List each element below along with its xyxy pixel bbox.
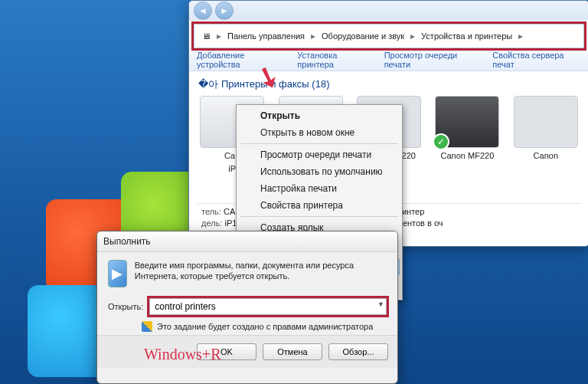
run-title: Выполнить: [103, 236, 151, 247]
printer-icon: [514, 96, 578, 148]
breadcrumb-item[interactable]: Оборудование и звук: [317, 30, 409, 42]
run-icon: ▶: [108, 260, 127, 287]
run-command-combo[interactable]: ▼: [149, 298, 387, 315]
run-description: Введите имя программы, папки, документа …: [135, 260, 387, 287]
desktop: ◄ ► 🖥▸ Панель управления▸ Оборудование и…: [0, 0, 588, 384]
nav-strip: ◄ ►: [189, 1, 588, 21]
cancel-button[interactable]: Отмена: [263, 343, 322, 360]
run-dialog: Выполнить ▶ Введите имя программы, папки…: [96, 231, 398, 384]
annotation-arrow-icon: ➘: [257, 74, 279, 81]
uac-shield-icon: [142, 321, 152, 332]
command-bar: Добавление устройства Установка принтера…: [189, 48, 588, 71]
menu-view-queue[interactable]: Просмотр очереди печати: [239, 146, 400, 163]
cmd-install-printer[interactable]: Установка принтера: [297, 51, 370, 69]
breadcrumb-root-icon[interactable]: 🖥: [198, 30, 215, 42]
menu-open-new-window[interactable]: Открыть в новом окне: [239, 124, 400, 141]
menu-set-default[interactable]: Использовать по умолчанию: [239, 163, 400, 180]
device-item[interactable]: Canon: [514, 96, 578, 174]
run-open-label: Открыть:: [108, 302, 143, 311]
annotation-hotkey: Windows+R: [144, 346, 220, 363]
nav-forward-button[interactable]: ►: [215, 2, 234, 20]
run-command-input[interactable]: [149, 298, 387, 315]
breadcrumb-item[interactable]: Панель управления: [223, 30, 309, 42]
menu-print-prefs[interactable]: Настройка печати: [239, 180, 400, 197]
chevron-down-icon[interactable]: ▼: [377, 300, 384, 308]
default-check-icon: ✓: [433, 133, 449, 150]
run-titlebar[interactable]: Выполнить: [97, 231, 397, 252]
breadcrumb-item[interactable]: Устройства и принтеры: [416, 30, 517, 42]
printer-icon: ✓: [435, 96, 499, 148]
run-admin-note: Это задание будет создано с правами адми…: [157, 322, 373, 331]
menu-open[interactable]: Открыть: [239, 107, 400, 124]
menu-printer-props[interactable]: Свойства принтера: [239, 197, 400, 214]
nav-back-button[interactable]: ◄: [194, 2, 212, 20]
device-item[interactable]: ✓Canon MF220: [435, 96, 499, 174]
cmd-view-queue[interactable]: Просмотр очереди печати: [384, 51, 479, 69]
breadcrumb[interactable]: 🖥▸ Панель управления▸ Оборудование и зву…: [194, 24, 584, 48]
cmd-server-props[interactable]: Свойства сервера печат: [492, 51, 581, 69]
browse-button[interactable]: Обзор...: [328, 343, 388, 360]
